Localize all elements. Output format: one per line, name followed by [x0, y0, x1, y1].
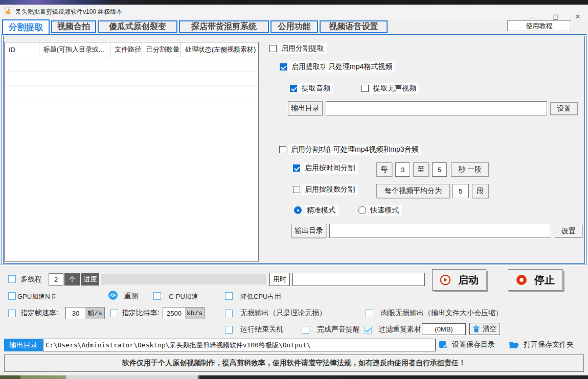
enable-split-extract-label: 启用分割提取 — [278, 43, 327, 54]
extract-output-dir-button[interactable]: 输出目录 — [288, 101, 323, 115]
fps-checkbox[interactable] — [8, 310, 16, 317]
time-from-input[interactable]: 3 — [395, 162, 410, 177]
open-folder-icon — [509, 341, 519, 349]
clear-button[interactable]: 清空 — [469, 323, 500, 335]
table-row — [5, 100, 258, 100]
visual-lossless-checkbox[interactable] — [366, 310, 373, 317]
thread-unit-button: 个 — [64, 273, 80, 286]
thread-count-input[interactable]: 2 — [49, 273, 63, 286]
tab-voice-settings[interactable]: 视频语音设置 — [320, 20, 388, 33]
lower-cpu-label: 降低CPU占用 — [240, 292, 281, 301]
column-id[interactable]: ID — [5, 42, 39, 57]
segment-unit-button: 段 — [472, 184, 489, 198]
output-path-input[interactable]: C:\Users\Administrator\Desktop\呆头鹅批量剪辑视频… — [43, 339, 436, 351]
tutorial-button[interactable]: 使用教程 — [507, 20, 571, 31]
desktop-background-bottom — [0, 375, 588, 379]
progress-bar — [101, 274, 266, 285]
tab-store-mixcut[interactable]: 探店带货混剪系统 — [179, 20, 269, 33]
gpu-accel-checkbox[interactable] — [8, 292, 16, 300]
start-button[interactable]: 启动 — [432, 269, 486, 291]
mp4-note: 只处理mp4格式视频 — [325, 61, 395, 73]
column-filepath[interactable]: 文件路径 — [110, 42, 142, 57]
filter-duplicate-checkbox[interactable] — [364, 326, 372, 334]
enable-split-checkbox[interactable] — [279, 146, 286, 153]
split-by-count-label: 启用按段数分割 — [302, 184, 358, 195]
lower-cpu-checkbox[interactable] — [225, 292, 233, 300]
extract-output-dir-input[interactable] — [326, 101, 547, 115]
precise-mode-label: 精准模式 — [304, 205, 338, 216]
cpu-accel-checkbox[interactable] — [153, 292, 161, 300]
sound-remind-checkbox[interactable] — [302, 326, 309, 334]
avg-split-button: 每个视频平均分为 — [376, 184, 450, 198]
open-save-folder-button[interactable]: 打开保存文件夹 — [524, 340, 574, 349]
set-save-dir-button[interactable]: 设置保存目录 — [452, 340, 495, 349]
output-dir-button[interactable]: 输出目录 — [4, 339, 43, 351]
table-header: ID 标题(可拖入目录或... 文件路径 已分割数量 处理状态(左侧视频素材) — [5, 42, 258, 57]
split-by-time-label: 启用按时间分割 — [302, 162, 358, 174]
extract-audio-checkbox[interactable] — [290, 85, 297, 92]
fps-input[interactable]: 30 — [65, 307, 86, 319]
bitrate-input[interactable]: 2500 — [163, 307, 186, 319]
enable-extract-checkbox[interactable] — [280, 63, 287, 70]
segment-count-input[interactable]: 5 — [452, 184, 469, 198]
shutdown-checkbox[interactable] — [225, 326, 233, 334]
every-label-button: 每 — [376, 162, 392, 177]
to-label-button: 至 — [413, 162, 429, 177]
window-title: 呆头鹅批量剪辑视频软件v100 终极版本 — [15, 8, 122, 16]
start-button-label: 启动 — [458, 273, 479, 287]
enable-split-label: 启用分割功能 — [288, 144, 337, 155]
enable-split-extract-checkbox[interactable] — [269, 45, 277, 52]
sound-remind-label: 完成声音提醒 — [317, 325, 360, 334]
desktop-background-top — [0, 0, 588, 5]
split-settings-button[interactable]: 设置 — [555, 225, 582, 238]
column-split-count[interactable]: 已分割数量 — [142, 42, 181, 57]
disclaimer-text: 软件仅用于个人原创视频制作，提高剪辑效率，使用软件请遵守法律法规，如有违反由使用… — [122, 359, 466, 368]
clear-button-label: 清空 — [483, 324, 497, 334]
speedometer-icon[interactable] — [108, 291, 118, 300]
lossless-checkbox[interactable] — [225, 310, 233, 317]
bitrate-label: 指定比特率: — [122, 309, 160, 318]
gpu-accel-label: GPU加速N卡 — [17, 292, 57, 301]
tab-common-functions[interactable]: 公用功能 — [270, 20, 318, 33]
retest-label[interactable]: 重测 — [124, 292, 139, 301]
extract-settings-button[interactable]: 设置 — [550, 102, 578, 115]
fast-mode-radio[interactable] — [358, 206, 366, 214]
set-save-dir-icon — [439, 341, 448, 349]
visual-lossless-label: 肉眼无损输出（输出文件大小会压缩） — [381, 309, 503, 318]
file-table[interactable]: ID 标题(可拖入目录或... 文件路径 已分割数量 处理状态(左侧视频素材) — [4, 42, 259, 262]
column-status[interactable]: 处理状态(左侧视频素材) — [181, 42, 258, 57]
disclaimer-bar: 软件仅用于个人原创视频制作，提高剪辑效率，使用软件请遵守法律法规，如有违反由使用… — [4, 354, 584, 372]
column-title[interactable]: 标题(可拖入目录或... — [39, 42, 110, 57]
cache-size-input: (0MB) — [422, 323, 466, 335]
precise-mode-radio[interactable] — [294, 206, 302, 214]
close-icon: ✕ — [575, 13, 581, 20]
split-output-dir-input[interactable] — [329, 224, 551, 238]
elapsed-button: 用时 — [269, 273, 290, 286]
extract-muted-label: 提取无声视频 — [370, 83, 419, 94]
stop-button[interactable]: 停止 — [508, 269, 563, 291]
tab-split-extract[interactable]: 分割提取 — [2, 19, 50, 34]
fast-mode-label: 快速模式 — [367, 205, 402, 216]
extract-muted-checkbox[interactable] — [361, 85, 369, 92]
filter-duplicate-label: 过滤重复素材 — [378, 325, 421, 334]
trash-icon — [473, 325, 480, 333]
app-icon — [4, 7, 12, 15]
seconds-unit-button: 秒 一段 — [451, 162, 489, 177]
bitrate-unit: kb/s — [185, 307, 205, 319]
split-output-dir-button[interactable]: 输出目录 — [291, 224, 326, 238]
progress-label-button: 进度 — [81, 273, 99, 286]
time-to-input[interactable]: 5 — [432, 162, 447, 177]
split-by-count-checkbox[interactable] — [293, 186, 300, 193]
extract-audio-label: 提取音频 — [299, 83, 333, 94]
split-by-time-checkbox[interactable] — [293, 164, 300, 172]
stop-icon — [516, 274, 527, 286]
tab-video-duet[interactable]: 视频合拍 — [51, 20, 96, 33]
title-bar: 呆头鹅批量剪辑视频软件v100 终极版本 – ▢ ✕ — [0, 5, 588, 19]
multithread-label: 多线程 — [20, 275, 42, 284]
multithread-checkbox[interactable] — [8, 275, 16, 283]
tab-original-fission[interactable]: 傻瓜式原创裂变 — [98, 20, 177, 33]
lossless-label: 无损输出（只是理论无损） — [240, 309, 326, 318]
split-note: 可处理mp4视频和mp3音频 — [330, 144, 421, 155]
table-row — [5, 71, 258, 72]
bitrate-checkbox[interactable] — [110, 310, 118, 317]
